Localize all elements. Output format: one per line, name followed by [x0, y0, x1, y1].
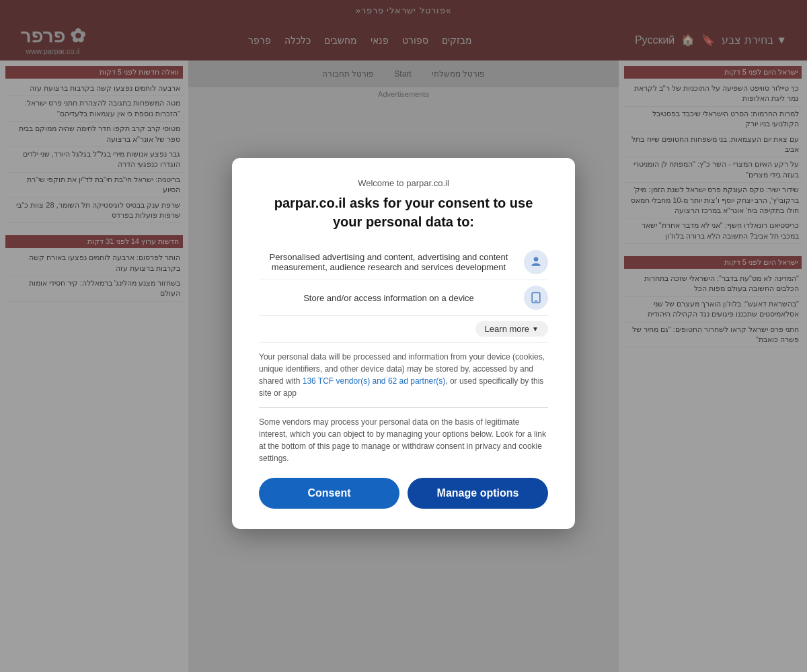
purpose-row-1: Personalised advertising and content, ad…	[259, 245, 548, 280]
purpose-row-2: Store and/or access information on a dev…	[259, 280, 548, 316]
purpose-1-text: Personalised advertising and content, ad…	[259, 252, 518, 272]
svg-rect-2	[535, 300, 538, 302]
svg-point-0	[534, 257, 539, 262]
manage-options-button[interactable]: Manage options	[408, 478, 548, 509]
consent-modal: Welcome to parpar.co.il parpar.co.il ask…	[232, 158, 575, 529]
divider	[259, 407, 548, 408]
learn-more-label: Learn more	[485, 324, 529, 334]
chevron-down-icon: ▼	[532, 325, 539, 333]
consent-text-1: Your personal data will be processed and…	[259, 351, 548, 399]
purpose-2-text: Store and/or access information on a dev…	[259, 293, 518, 303]
tcf-vendors-link[interactable]: 136 TCF vendor(s) and 62 ad partner(s)	[303, 376, 446, 386]
modal-subtitle: Welcome to parpar.co.il	[259, 178, 548, 188]
modal-title: parpar.co.il asks for your consent to us…	[259, 194, 548, 231]
learn-more-row: Learn more ▼	[259, 316, 548, 343]
consent-text-2: Some vendors may process your personal d…	[259, 416, 548, 464]
person-icon	[524, 250, 548, 274]
device-icon	[524, 286, 548, 310]
consent-button[interactable]: Consent	[259, 478, 399, 509]
learn-more-button[interactable]: Learn more ▼	[475, 321, 548, 337]
modal-buttons: Consent Manage options	[259, 478, 548, 509]
